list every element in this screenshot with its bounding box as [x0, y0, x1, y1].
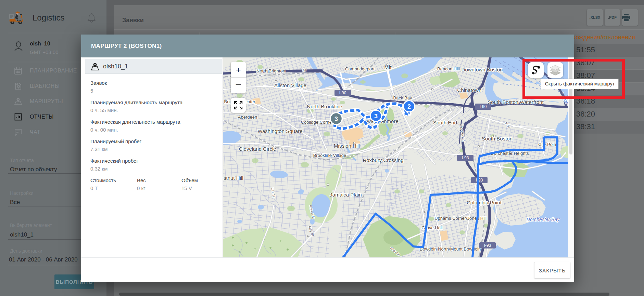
svg-text:Back Bay: Back Bay	[393, 95, 412, 100]
svg-text:South End: South End	[433, 120, 457, 125]
svg-text:South Boston Waterfront: South Boston Waterfront	[488, 99, 544, 105]
svg-text:Mit: Mit	[384, 65, 392, 70]
svg-text:Brookline Village: Brookline Village	[313, 153, 346, 158]
svg-text:2: 2	[407, 103, 411, 110]
svg-text:Downtown Boston: Downtown Boston	[462, 67, 503, 72]
svg-text:City Point: City Point	[538, 142, 557, 147]
svg-text:North Brighton: North Brighton	[256, 68, 285, 73]
svg-text:Uphams Corner/Jones Hill: Uphams Corner/Jones Hill	[434, 216, 487, 221]
svg-text:I-90: I-90	[480, 104, 487, 109]
svg-text:Columbia Point: Columbia Point	[467, 200, 502, 205]
svg-text:South Boston: South Boston	[482, 136, 513, 142]
svg-text:3: 3	[374, 113, 378, 120]
svg-text:Coolidge Corner: Coolidge Corner	[301, 120, 333, 125]
svg-text:Cleveland Circle: Cleveland Circle	[239, 146, 276, 152]
svg-text:Mission Hill: Mission Hill	[334, 143, 360, 149]
svg-text:Dorchester Bay: Dorchester Bay	[527, 217, 560, 222]
svg-text:3: 3	[334, 116, 338, 122]
svg-text:Chestnut Hill: Chestnut Hill	[223, 175, 243, 181]
svg-text:Washington Square: Washington Square	[257, 128, 302, 134]
svg-text:North Brookline: North Brookline	[307, 104, 342, 109]
svg-text:Aberdeen: Aberdeen	[238, 115, 257, 120]
svg-text:Bowdoin North/Mount Bowdoin: Bowdoin North/Mount Bowdoin	[420, 246, 481, 252]
svg-text:Allston Village: Allston Village	[274, 82, 306, 88]
svg-text:Cambridgeport: Cambridgeport	[345, 66, 375, 71]
svg-text:Grove Hall: Grove Hall	[421, 225, 443, 230]
svg-text:Beacon Hill: Beacon Hill	[437, 66, 460, 71]
svg-text:I-93: I-93	[462, 156, 469, 160]
svg-text:Jamaica Plain: Jamaica Plain	[330, 192, 362, 198]
svg-text:Chinatown: Chinatown	[457, 87, 482, 93]
svg-text:I-93: I-93	[484, 243, 491, 248]
svg-text:I-90: I-90	[339, 91, 346, 95]
svg-text:Roxbury Crossing: Roxbury Crossing	[363, 157, 403, 163]
